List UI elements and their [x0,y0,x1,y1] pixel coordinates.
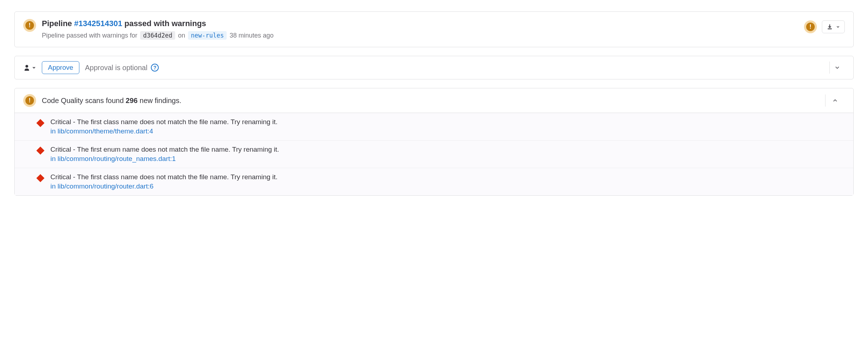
exclamation-icon: ! [806,23,815,31]
exclamation-icon: ! [25,21,34,30]
critical-severity-icon [36,174,45,182]
finding-severity: Critical [50,118,71,126]
commit-sha-badge[interactable]: d364d2ed [140,31,175,40]
pipeline-title-suffix: passed with warnings [124,19,206,28]
pipeline-title: Pipeline #1342514301 passed with warning… [42,19,798,28]
pipeline-time-ago: 38 minutes ago [230,32,273,39]
finding-text: Critical - The first class name does not… [50,173,845,181]
finding-sep: - [73,118,77,126]
pipeline-sub-prefix: Pipeline passed with warnings for [42,32,137,39]
download-artifacts-button[interactable] [822,20,845,33]
finding-location-link[interactable]: in lib/common/routing/route_names.dart:1 [50,155,845,163]
download-icon [827,24,833,30]
finding-text: Critical - The first enum name does not … [50,146,845,153]
approve-button[interactable]: Approve [42,61,79,74]
chevron-down-icon [32,65,36,70]
branch-badge[interactable]: new-rules [188,31,227,40]
warning-status-icon: ! [23,94,36,107]
finding-loc: lib/common/theme/theme.dart:4 [58,127,153,135]
finding-message: The first enum name does not match the f… [77,146,279,153]
finding-severity: Critical [50,173,71,181]
critical-severity-icon [36,147,45,155]
finding-loc-prefix: in [50,155,56,162]
pipeline-title-prefix: Pipeline [42,19,72,28]
pipeline-subtext: Pipeline passed with warnings for d364d2… [42,31,798,40]
pipeline-actions: ! [804,20,845,33]
warning-status-icon-small[interactable]: ! [804,20,817,33]
chevron-up-icon [832,97,838,104]
warning-status-icon: ! [23,19,36,32]
exclamation-icon: ! [25,96,34,105]
reviewers-dropdown[interactable]: 8 [23,64,36,71]
cq-count: 296 [126,97,138,104]
pipeline-status-card: ! Pipeline #1342514301 passed with warni… [14,11,854,47]
cq-suffix: new findings. [140,97,182,104]
approval-card: 8 Approve Approval is optional ? [14,56,854,79]
finding-text: Critical - The first class name does not… [50,118,845,126]
finding-loc: lib/common/routing/route_names.dart:1 [58,155,176,162]
finding-item: Critical - The first class name does not… [15,168,853,195]
code-quality-header: ! Code Quality scans found 296 new findi… [15,88,853,113]
pipeline-main: Pipeline #1342514301 passed with warning… [42,19,798,40]
finding-severity: Critical [50,146,71,153]
finding-loc-prefix: in [50,127,56,135]
finding-item: Critical - The first class name does not… [15,113,853,141]
user-icon [23,64,30,71]
finding-sep: - [73,173,77,181]
code-quality-collapse-toggle[interactable] [825,94,845,107]
code-quality-findings-list: Critical - The first class name does not… [15,113,853,195]
finding-message: The first class name does not match the … [77,118,278,126]
finding-item: Critical - The first enum name does not … [15,141,853,168]
code-quality-summary: Code Quality scans found 296 new finding… [42,97,819,105]
pipeline-id-link[interactable]: #1342514301 [74,19,122,28]
approval-optional-text: Approval is optional ? [85,64,824,72]
finding-sep: - [73,146,77,153]
critical-severity-icon [36,119,45,127]
approval-optional-label: Approval is optional [85,64,148,72]
finding-message: The first class name does not match the … [77,173,278,181]
pipeline-sub-on: on [178,32,185,39]
chevron-down-icon [836,25,840,29]
code-quality-card: ! Code Quality scans found 296 new findi… [14,88,854,196]
cq-prefix: Code Quality scans found [42,97,124,104]
approval-expand-toggle[interactable] [829,62,845,74]
finding-location-link[interactable]: in lib/common/routing/router.dart:6 [50,182,845,190]
chevron-down-icon [834,64,840,71]
finding-loc-prefix: in [50,182,56,190]
finding-loc: lib/common/routing/router.dart:6 [58,182,153,190]
help-icon[interactable]: ? [151,64,159,72]
finding-location-link[interactable]: in lib/common/theme/theme.dart:4 [50,127,845,135]
